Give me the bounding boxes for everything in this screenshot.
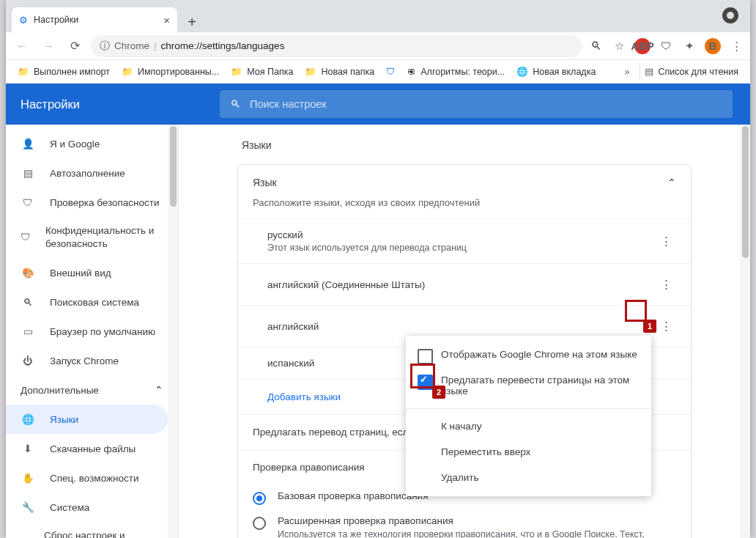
language-more-button[interactable]: ⋮: [656, 274, 676, 295]
globe-icon: 🌐: [516, 66, 528, 77]
shield-extension-icon[interactable]: 🛡: [658, 38, 674, 54]
menu-remove[interactable]: Удалить: [406, 465, 651, 490]
language-more-button[interactable]: ⋮: [656, 231, 676, 251]
radio-icon: [253, 492, 266, 505]
chevron-up-icon: ⌃: [667, 177, 676, 188]
autofill-icon: ▤: [21, 167, 35, 179]
sidebar-item-autofill[interactable]: ▤Автозаполнение: [6, 158, 178, 188]
site-info-icon[interactable]: ⓘ: [100, 40, 110, 53]
bookmark-new-tab[interactable]: 🌐Новая вкладка: [512, 63, 600, 80]
folder-icon: 📁: [231, 66, 242, 77]
annotation-badge-2: 2: [432, 386, 445, 399]
folder-icon: 📁: [18, 66, 29, 77]
language-row-en-us: английский (Соединенные Штаты) ⋮: [238, 263, 691, 305]
sidebar-item-system[interactable]: 🔧Система: [6, 493, 178, 522]
settings-search[interactable]: 🔍︎ Поиск настроек: [220, 90, 733, 118]
person-icon: 👤: [21, 138, 35, 150]
magnifier-icon: 🔍︎: [21, 297, 35, 308]
language-context-menu: Отображать Google Chrome на этом языке П…: [406, 336, 651, 496]
language-name: русский: [267, 229, 467, 240]
profile-avatar[interactable]: B: [705, 38, 721, 54]
menu-move-to-top[interactable]: К началу: [406, 413, 651, 439]
toolbar: ← → ⟳ ⓘ Chrome | chrome://settings/langu…: [6, 32, 750, 60]
sidebar-item-languages[interactable]: 🌐Языки: [6, 405, 168, 434]
bookmark-folder-imported[interactable]: 📁Импортированны...: [117, 63, 223, 80]
swirl-icon: ֎: [407, 67, 416, 77]
sidebar-item-reset[interactable]: ↺Сброс настроек и удаление вредоносного …: [6, 522, 178, 538]
settings-body: 👤Я и Google ▤Автозаполнение 🛡Проверка бе…: [6, 125, 750, 538]
card-title: Язык: [253, 177, 277, 188]
language-desc: Этот язык используется для перевода стра…: [267, 243, 467, 253]
sidebar-advanced-toggle[interactable]: Дополнительные⌃: [6, 375, 178, 405]
radio-label: Расширенная проверка правописания: [278, 515, 676, 526]
language-name: испанский: [267, 358, 314, 369]
extensions-puzzle-icon[interactable]: ✦: [681, 38, 697, 54]
language-more-button[interactable]: ⋮: [656, 316, 676, 336]
page-title: Языки: [242, 139, 692, 151]
globe-icon: 🌐: [21, 413, 35, 425]
search-placeholder: Поиск настроек: [250, 98, 327, 110]
download-icon: ⬇: [21, 443, 35, 454]
accessibility-icon: ✋: [21, 472, 35, 484]
bookmarks-bar: 📁Выполнен импорт 📁Импортированны... 📁Моя…: [6, 60, 750, 84]
sidebar-item-safety-check[interactable]: 🛡Проверка безопасности: [6, 188, 178, 217]
wrench-icon: 🔧: [21, 501, 35, 513]
address-bar[interactable]: ⓘ Chrome | chrome://settings/languages: [91, 35, 582, 57]
bookmark-folder-new[interactable]: 📁Новая папка: [300, 63, 379, 80]
menu-move-up[interactable]: Переместить вверх: [406, 439, 651, 465]
palette-icon: 🎨: [21, 267, 35, 279]
radio-icon: [253, 517, 266, 530]
search-icon: 🔍︎: [230, 98, 241, 110]
lock-icon: 🛡: [21, 231, 31, 244]
menu-display-chrome-in-language[interactable]: Отображать Google Chrome на этом языке: [406, 342, 651, 367]
url-separator: |: [154, 40, 157, 51]
browser-window: ─ ☐ ✕ ⚙ Настройки × + ← → ⟳ ⓘ Chrome | c…: [6, 0, 750, 538]
bookmark-folder-import[interactable]: 📁Выполнен импорт: [13, 63, 114, 80]
scrollbar-thumb[interactable]: [170, 126, 177, 207]
language-name: английский: [267, 321, 319, 332]
bookmark-algorithms[interactable]: ֎Алгоритмы: теори...: [403, 64, 509, 80]
browser-menu-icon[interactable]: ⋮: [728, 38, 744, 54]
sidebar: 👤Я и Google ▤Автозаполнение 🛡Проверка бе…: [6, 125, 179, 538]
tab-close-icon[interactable]: ×: [163, 14, 170, 26]
sidebar-item-privacy[interactable]: 🛡Конфиденциальность и безопасность: [6, 217, 178, 258]
forward-button[interactable]: →: [38, 36, 59, 56]
radio-desc: Используется та же технология проверки п…: [278, 528, 676, 538]
new-tab-button[interactable]: +: [182, 12, 202, 32]
sidebar-item-on-startup[interactable]: ⏻Запуск Chrome: [6, 346, 178, 375]
bookmark-star-icon[interactable]: ☆: [611, 38, 627, 54]
tab-settings[interactable]: ⚙ Настройки ×: [12, 7, 177, 32]
back-button[interactable]: ←: [12, 36, 32, 56]
sidebar-item-default-browser[interactable]: ▭Браузер по умолчанию: [6, 317, 178, 346]
sidebar-item-search-engine[interactable]: 🔍︎Поисковая система: [6, 287, 178, 317]
tab-title: Настройки: [34, 15, 78, 25]
bookmark-folder-my[interactable]: 📁Моя Папка: [226, 63, 297, 80]
url-text: chrome://settings/languages: [161, 40, 285, 51]
folder-icon: 📁: [305, 66, 316, 77]
settings-header: Настройки 🔍︎ Поиск настроек: [6, 84, 750, 125]
sidebar-item-appearance[interactable]: 🎨Внешний вид: [6, 258, 178, 287]
abp-extension-icon[interactable]: ABP: [634, 38, 651, 54]
bookmark-shield[interactable]: 🛡: [382, 64, 400, 80]
reading-list-button[interactable]: ▤Список для чтения: [640, 63, 743, 80]
reading-list-icon: ▤: [645, 66, 653, 77]
content-scrollbar[interactable]: [740, 125, 750, 538]
spellcheck-advanced-radio[interactable]: Расширенная проверка правописания Исполь…: [238, 509, 691, 538]
language-row-russian: русский Этот язык используется для перев…: [238, 218, 691, 263]
power-icon: ⏻: [21, 355, 35, 366]
browser-icon: ▭: [21, 325, 35, 337]
annotation-badge-1: 1: [643, 320, 656, 333]
reload-button[interactable]: ⟳: [64, 36, 85, 56]
card-header[interactable]: Язык ⌃: [238, 165, 691, 194]
chevron-right-icon: »: [624, 67, 629, 77]
folder-icon: 📁: [122, 66, 133, 77]
profile-indicator-icon[interactable]: [722, 7, 738, 23]
scrollbar-thumb[interactable]: [742, 126, 749, 258]
sidebar-item-accessibility[interactable]: ✋Спец. возможности: [6, 463, 178, 493]
sidebar-item-downloads[interactable]: ⬇Скачанные файлы: [6, 434, 178, 463]
settings-title: Настройки: [21, 97, 202, 111]
search-icon[interactable]: 🔍︎: [588, 38, 604, 54]
sidebar-scrollbar[interactable]: [168, 125, 178, 538]
sidebar-item-me-and-google[interactable]: 👤Я и Google: [6, 129, 178, 158]
bookmarks-overflow[interactable]: »: [620, 64, 634, 80]
